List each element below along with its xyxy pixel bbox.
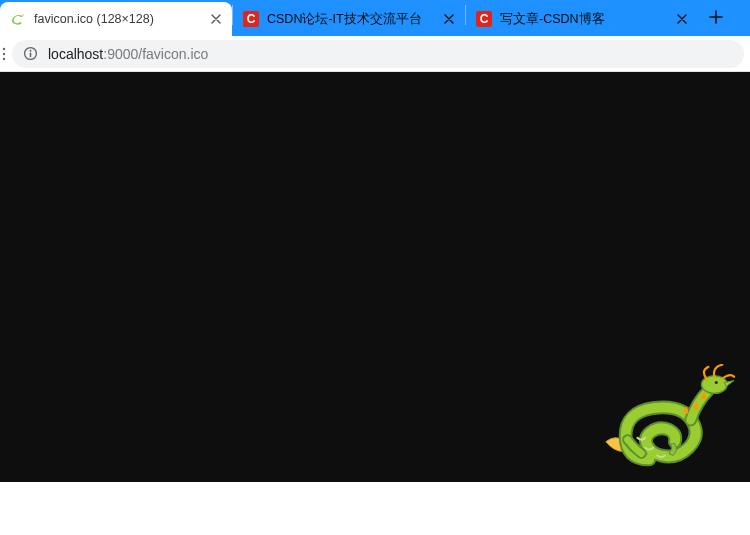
- close-icon[interactable]: [208, 11, 224, 27]
- svg-point-0: [3, 47, 5, 49]
- page-viewport: [0, 72, 750, 482]
- svg-point-1: [3, 52, 5, 54]
- site-info-icon[interactable]: [22, 46, 38, 62]
- browser-tab-active[interactable]: favicon.ico (128×128): [0, 2, 232, 36]
- browser-tab[interactable]: C CSDN论坛-IT技术交流平台: [233, 2, 465, 36]
- csdn-favicon-icon: C: [243, 11, 259, 27]
- new-tab-button[interactable]: [702, 3, 730, 31]
- svg-rect-5: [29, 53, 31, 58]
- url-text: localhost:9000/favicon.ico: [48, 46, 734, 62]
- browser-tab[interactable]: C 写文章-CSDN博客: [466, 2, 698, 36]
- close-icon[interactable]: [674, 11, 690, 27]
- omnibox[interactable]: localhost:9000/favicon.ico: [12, 40, 744, 68]
- dragon-favicon-icon: [10, 11, 26, 27]
- tab-title: favicon.ico (128×128): [34, 12, 202, 26]
- svg-point-2: [3, 57, 5, 59]
- tab-title: 写文章-CSDN博客: [500, 11, 668, 28]
- browser-tabstrip: favicon.ico (128×128) C CSDN论坛-IT技术交流平台 …: [0, 0, 750, 36]
- close-icon[interactable]: [441, 11, 457, 27]
- csdn-favicon-icon: C: [476, 11, 492, 27]
- tab-title: CSDN论坛-IT技术交流平台: [267, 11, 435, 28]
- svg-point-4: [29, 50, 31, 52]
- toolbar-overflow-icon[interactable]: [0, 36, 8, 72]
- favicon-image: [598, 364, 736, 474]
- browser-address-bar: localhost:9000/favicon.ico: [0, 36, 750, 72]
- svg-point-7: [715, 381, 718, 384]
